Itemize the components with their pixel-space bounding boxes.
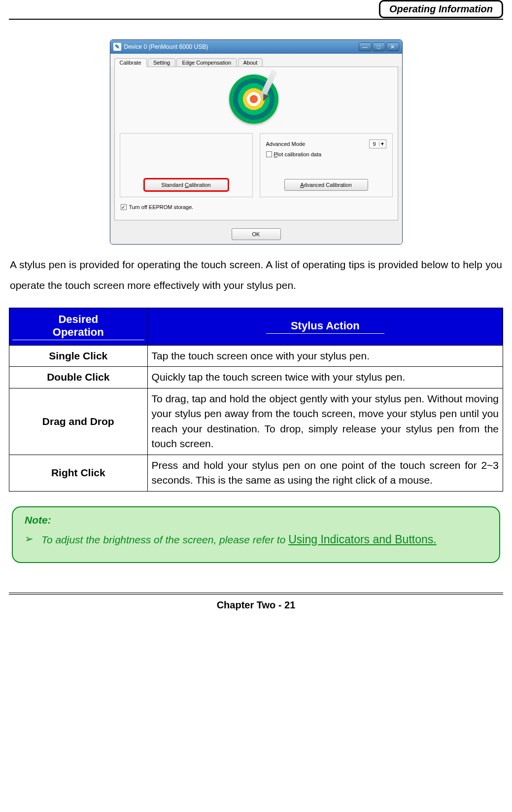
calibration-target-icon — [229, 72, 283, 126]
table-row: Drag and Drop To drag, tap and hold the … — [9, 388, 503, 455]
action-cell: Press and hold your stylus pen on one po… — [147, 455, 503, 491]
plot-label: Plot calibration data — [274, 151, 322, 157]
tab-about[interactable]: About — [238, 58, 263, 67]
tab-panel: Standard Calibration Advanced Mode 9 ▼ P… — [114, 67, 398, 220]
intro-paragraph: A stylus pen is provided for operating t… — [10, 254, 502, 296]
table-row: Right Click Press and hold your stylus p… — [9, 455, 503, 491]
button-label: Standard Calibration — [161, 182, 210, 188]
table-row: Single Click Tap the touch screen once w… — [9, 346, 503, 367]
button-label: Advanced Calibration — [300, 182, 352, 188]
advanced-mode-label: Advanced Mode — [266, 141, 306, 147]
action-cell: Tap the touch screen once with your styl… — [147, 346, 503, 367]
standard-calibration-button[interactable]: Standard Calibration — [144, 179, 228, 191]
table-row: Double Click Quickly tap the touch scree… — [9, 367, 503, 388]
op-cell: Double Click — [9, 367, 148, 388]
minimize-button[interactable]: — — [359, 42, 372, 51]
maximize-button[interactable]: □ — [373, 42, 385, 51]
note-text: To adjust the brightness of the screen, … — [41, 529, 437, 551]
close-button[interactable]: ✕ — [386, 42, 399, 51]
bullet-icon: ➢ — [25, 529, 41, 551]
plot-checkbox[interactable] — [266, 151, 272, 157]
page-footer: Chapter Two - 21 — [9, 593, 503, 611]
note-link[interactable]: Using Indicators and Buttons. — [288, 533, 436, 546]
header-title: Operating Information — [379, 0, 503, 18]
tab-calibrate[interactable]: Calibrate — [114, 58, 147, 67]
tabstrip: Calibrate Setting Edge Compensation Abou… — [110, 54, 402, 67]
eeprom-checkbox[interactable]: ✓ — [121, 204, 127, 210]
advanced-mode-select[interactable]: 9 ▼ — [369, 140, 386, 148]
ok-button[interactable]: OK — [232, 228, 281, 240]
app-icon: ✎ — [113, 43, 121, 51]
advanced-group: Advanced Mode 9 ▼ Plot calibration data … — [260, 133, 393, 197]
op-cell: Right Click — [9, 455, 148, 491]
op-cell: Drag and Drop — [9, 388, 148, 455]
col-desired-operation: Desired Operation — [9, 308, 148, 346]
note-box: Note: ➢ To adjust the brightness of the … — [12, 506, 500, 564]
titlebar: ✎ Device 0 (PenMount 6000 USB) — □ ✕ — [110, 40, 402, 54]
tab-setting[interactable]: Setting — [148, 58, 175, 67]
standard-group: Standard Calibration — [120, 133, 253, 197]
col-stylus-action: Stylus Action — [147, 308, 503, 346]
advanced-calibration-button[interactable]: Advanced Calibration — [284, 179, 368, 191]
op-cell: Single Click — [9, 346, 148, 367]
chevron-down-icon: ▼ — [379, 141, 386, 146]
eeprom-label: Turn off EEPROM storage. — [129, 204, 194, 210]
operations-table: Desired Operation Stylus Action Single C… — [9, 308, 503, 492]
action-cell: To drag, tap and hold the object gently … — [147, 388, 503, 455]
advanced-mode-value: 9 — [370, 141, 378, 147]
note-title: Note: — [25, 514, 487, 526]
device-window: ✎ Device 0 (PenMount 6000 USB) — □ ✕ Cal… — [110, 39, 403, 245]
tab-edge-compensation[interactable]: Edge Compensation — [176, 58, 237, 67]
window-title: Device 0 (PenMount 6000 USB) — [124, 43, 358, 50]
action-cell: Quickly tap the touch screen twice with … — [147, 367, 503, 388]
